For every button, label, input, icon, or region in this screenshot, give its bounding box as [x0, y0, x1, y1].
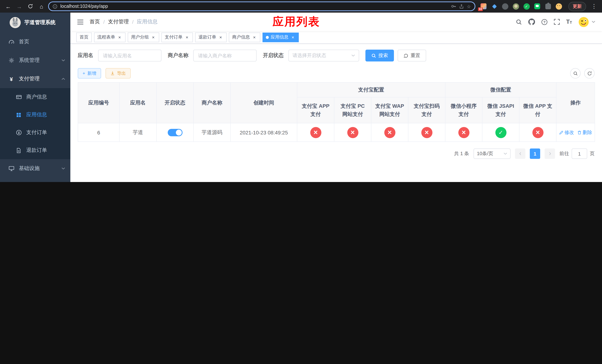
chrome-update-button[interactable]: 更新: [568, 2, 586, 11]
sidebar-item-pay-order[interactable]: 支付订单: [0, 124, 70, 141]
breadcrumb-payment[interactable]: 支付管理: [108, 19, 129, 25]
extension-avatar-icon[interactable]: [512, 3, 519, 10]
tab-close-icon[interactable]: ×: [290, 35, 295, 40]
app-title: 芋道管理系统: [24, 19, 55, 26]
refresh-table-button[interactable]: [584, 68, 595, 78]
status-label: 开启状态: [263, 52, 284, 59]
merchant-name-label: 商户名称: [168, 52, 188, 59]
sidebar-logo[interactable]: 芋道管理系统: [0, 13, 70, 32]
github-icon[interactable]: [528, 19, 535, 25]
prev-page-button[interactable]: [515, 149, 525, 159]
browser-forward-icon[interactable]: →: [15, 2, 24, 11]
table-toolbar: + 新增 导出: [78, 68, 595, 78]
sidebar-item-infra[interactable]: 基础设施: [0, 159, 70, 178]
add-button[interactable]: + 新增: [78, 68, 101, 78]
wx-mini-status-icon: [458, 127, 469, 138]
tab-app-info-active[interactable]: 应用信息×: [262, 32, 299, 42]
tab-close-icon[interactable]: ×: [151, 35, 156, 40]
chevron-down-icon: [351, 54, 355, 57]
download-icon: [110, 71, 115, 75]
bookmark-star-icon[interactable]: ☆: [467, 3, 471, 9]
browser-refresh-icon[interactable]: [26, 2, 35, 11]
url-text: localhost:1024/pay/app: [60, 4, 448, 9]
tab-merchant-info[interactable]: 商户信息×: [229, 32, 260, 42]
app-name-label: 应用名: [78, 52, 93, 59]
site-info-icon[interactable]: [53, 4, 57, 9]
col-header-alipay-app: 支付宝 APP 支付: [297, 97, 334, 123]
browser-back-icon[interactable]: ←: [4, 2, 13, 11]
tab-close-icon[interactable]: ×: [117, 35, 122, 40]
fullscreen-icon[interactable]: [554, 19, 560, 25]
delete-link[interactable]: 删除: [577, 129, 592, 136]
status-select[interactable]: 请选择开启状态: [288, 50, 359, 62]
tab-home[interactable]: 首页: [76, 32, 92, 42]
group-header-wechat: 微信配置: [445, 82, 556, 97]
top-navbar: 首页 / 支付管理 / 应用信息 应用列表 ?: [70, 13, 602, 31]
tab-close-icon[interactable]: ×: [252, 35, 257, 40]
breadcrumb-home[interactable]: 首页: [90, 19, 100, 25]
col-header-status: 开启状态: [156, 82, 194, 123]
tab-close-icon[interactable]: ×: [218, 35, 223, 40]
tab-refund-order[interactable]: 退款订单×: [195, 32, 226, 42]
chevron-down-icon: [504, 152, 507, 155]
reset-button[interactable]: 重置: [398, 50, 426, 62]
extension-grid-icon[interactable]: 10: [480, 3, 487, 10]
tab-close-icon[interactable]: ×: [184, 35, 190, 40]
browser-menu-icon[interactable]: ⋮: [590, 3, 598, 10]
toggle-search-button[interactable]: [570, 68, 580, 78]
grid-icon: [16, 112, 22, 118]
profile-avatar-icon[interactable]: [555, 3, 562, 10]
sidebar-item-app-info[interactable]: 应用信息: [0, 106, 70, 124]
page-size-select[interactable]: 10条/页: [473, 149, 511, 159]
sidebar-item-dev-tools[interactable]: 研发工具: [0, 178, 70, 182]
app-name-input[interactable]: [98, 50, 161, 62]
tab-pay-order[interactable]: 支付订单×: [161, 32, 193, 42]
browser-home-icon[interactable]: ⌂: [37, 2, 46, 11]
edit-link[interactable]: 修改: [559, 129, 574, 136]
tags-view: 首页 流程表单× 用户分组× 支付订单× 退款订单× 商户信息× 应用信息×: [70, 31, 602, 44]
page-suffix: 页: [590, 150, 595, 157]
sidebar-item-home[interactable]: 首页: [0, 32, 70, 51]
extension-dark-icon[interactable]: [501, 3, 509, 10]
col-header-merchant: 商户名称: [194, 82, 230, 123]
search-icon[interactable]: [516, 19, 522, 25]
extension-wechat-icon[interactable]: [534, 3, 541, 10]
page-title: 应用列表: [273, 14, 320, 30]
address-bar[interactable]: localhost:1024/pay/app ☆: [48, 1, 475, 11]
extension-gem-icon[interactable]: [491, 3, 498, 10]
next-page-button[interactable]: [545, 149, 555, 159]
alipay-pc-status-icon: [347, 127, 358, 138]
share-icon[interactable]: [459, 4, 464, 9]
active-tab-dot: [266, 36, 269, 39]
cell-id: 6: [78, 123, 119, 142]
extension-badge: 10: [478, 7, 483, 11]
extensions-puzzle-icon[interactable]: [544, 3, 552, 10]
tab-user-group[interactable]: 用户分组×: [128, 32, 159, 42]
sidebar-item-payment[interactable]: ¥ 支付管理: [0, 70, 70, 88]
user-avatar[interactable]: [578, 16, 595, 27]
breadcrumb: 首页 / 支付管理 / 应用信息: [90, 19, 158, 25]
trash-icon: [577, 130, 581, 135]
export-button[interactable]: 导出: [106, 68, 131, 78]
goto-page-input[interactable]: [572, 149, 587, 159]
col-header-alipay-qr: 支付宝扫码支付: [408, 97, 445, 123]
font-size-icon[interactable]: TT: [566, 19, 572, 25]
password-key-icon[interactable]: [451, 4, 456, 9]
search-button[interactable]: 搜索: [366, 50, 394, 62]
hamburger-icon[interactable]: [77, 19, 84, 25]
sidebar-item-merchant-info[interactable]: 商户信息: [0, 88, 70, 106]
pencil-icon: [559, 130, 563, 135]
app-table: 应用编号 应用名 开启状态 商户名称 创建时间 支付宝配置 微信配置 操作 支付…: [78, 82, 595, 142]
chevron-down-icon: [62, 59, 65, 62]
cell-name: 芋道: [119, 123, 156, 142]
status-toggle[interactable]: [168, 129, 182, 136]
chevron-up-icon: [62, 78, 65, 80]
merchant-name-input[interactable]: [193, 50, 257, 62]
tab-process-form[interactable]: 流程表单×: [94, 32, 126, 42]
current-page-button[interactable]: 1: [530, 149, 540, 159]
extension-green-check-icon[interactable]: ✓: [523, 3, 530, 10]
col-header-wx-mini: 微信小程序支付: [445, 97, 482, 123]
help-icon[interactable]: ?: [541, 19, 548, 25]
sidebar-item-system[interactable]: 系统管理: [0, 51, 70, 70]
sidebar-item-refund-order[interactable]: 退款订单: [0, 141, 70, 159]
